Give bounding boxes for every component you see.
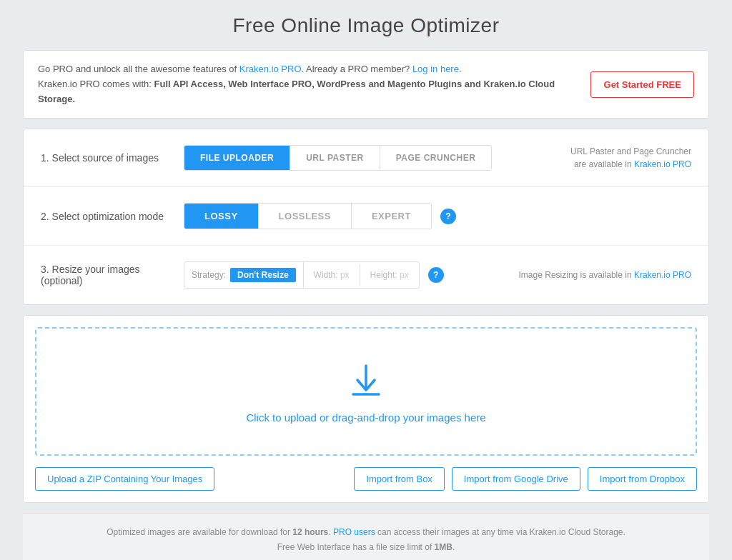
step2-controls: LOSSY LOSSLESS EXPERT ?	[184, 203, 691, 229]
step2-row: 2. Select optimization mode LOSSY LOSSLE…	[24, 187, 708, 246]
tab-page-cruncher[interactable]: PAGE CRUNCHER	[380, 146, 492, 170]
drop-zone[interactable]: Click to upload or drag-and-drop your im…	[35, 327, 697, 456]
import-box-button[interactable]: Import from Box	[354, 467, 444, 491]
import-gdrive-button[interactable]: Import from Google Drive	[452, 467, 580, 491]
width-field: Width: px	[304, 264, 360, 286]
kraken-pro-link[interactable]: Kraken.io PRO	[239, 64, 302, 74]
step3-label: 3. Resize your images (optional)	[41, 264, 184, 286]
promo-line1: Go PRO and unlock all the awesome featur…	[38, 64, 462, 74]
mode-lossless[interactable]: LOSSLESS	[258, 204, 351, 229]
step1-pro-link[interactable]: Kraken.io PRO	[634, 159, 691, 169]
import-dropbox-button[interactable]: Import from Dropbox	[588, 467, 697, 491]
step3-pro-note: Image Resizing is available in Kraken.io…	[519, 269, 691, 281]
step1-pro-note: URL Paster and Page Cruncher are availab…	[570, 145, 691, 171]
step3-pro-link[interactable]: Kraken.io PRO	[634, 270, 691, 280]
step1-label: 1. Select source of images	[41, 152, 184, 164]
get-started-button[interactable]: Get Started FREE	[590, 71, 694, 98]
step3-row: 3. Resize your images (optional) Strateg…	[24, 246, 708, 304]
upload-icon	[346, 360, 386, 400]
mode-expert[interactable]: EXPERT	[351, 204, 431, 229]
promo-line2: Kraken.io PRO comes with: Full API Acces…	[38, 79, 555, 104]
step2-label: 2. Select optimization mode	[41, 211, 184, 222]
footer: Optimized images are available for downl…	[23, 513, 709, 560]
login-link[interactable]: Log in here	[412, 64, 459, 74]
main-panel: 1. Select source of images FILE UPLOADER…	[23, 129, 709, 305]
drop-zone-text: Click to upload or drag-and-drop your im…	[246, 411, 485, 424]
mode-lossy[interactable]: LOSSY	[184, 204, 258, 229]
strategy-label: Strategy:	[192, 270, 226, 280]
strategy-value: Don't Resize	[230, 268, 296, 282]
promo-banner: Go PRO and unlock all the awesome featur…	[23, 50, 709, 119]
tab-url-paster[interactable]: URL PASTER	[290, 146, 380, 170]
upload-zip-button[interactable]: Upload a ZIP Containing Your Images	[35, 467, 214, 491]
footer-line1: Optimized images are available for downl…	[34, 525, 698, 539]
drop-zone-actions: Upload a ZIP Containing Your Images Impo…	[24, 467, 708, 502]
footer-line2: Free Web Interface has a file size limit…	[34, 540, 698, 554]
step1-row: 1. Select source of images FILE UPLOADER…	[24, 129, 708, 187]
resize-controls: Strategy: Don't Resize Width: px Height:…	[184, 261, 420, 289]
promo-text: Go PRO and unlock all the awesome featur…	[38, 62, 590, 106]
footer-pro-link[interactable]: PRO users	[333, 527, 375, 537]
mode-help-icon[interactable]: ?	[440, 209, 456, 224]
height-field: Height: px	[360, 264, 419, 286]
page-title: Free Online Image Optimizer	[233, 14, 500, 37]
optimization-mode-group: LOSSY LOSSLESS EXPERT	[184, 203, 432, 229]
resize-help-icon[interactable]: ?	[428, 267, 444, 283]
drop-zone-container: Click to upload or drag-and-drop your im…	[23, 315, 709, 503]
resize-strategy: Strategy: Don't Resize	[184, 262, 304, 288]
source-tab-group: FILE UPLOADER URL PASTER PAGE CRUNCHER	[184, 145, 492, 171]
tab-file-uploader[interactable]: FILE UPLOADER	[184, 146, 290, 170]
